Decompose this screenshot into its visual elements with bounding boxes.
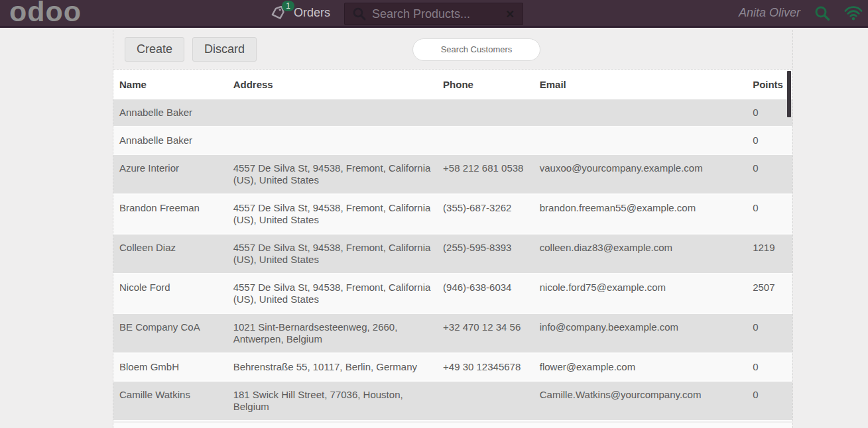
product-search-input[interactable]: Search Products... ✕ [344,3,523,25]
cell-phone: (946)-638-6034 [443,282,540,305]
orders-ticket-icon: 1 [271,6,288,23]
table-row[interactable]: Brandon Freeman 4557 De Silva St, 94538,… [113,195,792,235]
table-row[interactable]: Annabelle Baker 0 [113,127,792,155]
table-header: Name Address Phone Email Points [113,70,792,99]
cell-points: 0 [753,162,792,186]
cell-phone: +49 30 12345678 [443,361,540,373]
cell-address: 4557 De Silva St, 94538, Fremont, Califo… [233,242,443,266]
cell-address: 4557 De Silva St, 94538, Fremont, Califo… [233,202,443,226]
cell-name: BE Company CoA [113,321,233,345]
clear-search-icon[interactable]: ✕ [506,8,515,21]
table-row[interactable]: Azure Interior 4557 De Silva St, 94538, … [113,155,792,195]
cell-email: nicole.ford75@example.com [540,282,753,305]
cell-points: 2507 [753,282,792,305]
cell-address [233,107,443,119]
discard-button[interactable]: Discard [192,37,257,62]
cell-email: brandon.freeman55@example.com [540,202,753,226]
table-row[interactable]: Nicole Ford 4557 De Silva St, 94538, Fre… [113,274,792,314]
cell-address: 181 Swick Hill Street, 77036, Houston, B… [233,389,443,413]
cell-address: Behrenstraße 55, 10117, Berlin, Germany [233,361,443,373]
create-button[interactable]: Create [125,37,184,62]
cell-email: vauxoo@yourcompany.example.com [540,162,753,186]
cell-email: Camille.Watkins@yourcompany.com [540,389,753,413]
odoo-logo: odoo [9,0,82,28]
column-header-address: Address [233,79,443,91]
wifi-status-icon [844,6,863,21]
cell-points: 0 [753,361,792,373]
orders-label: Orders [294,6,330,20]
table-row[interactable]: Camille Watkins 181 Swick Hill Street, 7… [113,382,792,421]
product-search-placeholder: Search Products... [372,7,498,21]
cell-name: Annabelle Baker [113,107,233,119]
column-header-name: Name [113,79,233,91]
cell-name: Annabelle Baker [113,134,233,146]
cell-email: flower@example.com [540,361,753,373]
user-name: Anita Oliver [739,6,800,20]
cell-name: Nicole Ford [113,282,233,305]
customer-table: Name Address Phone Email Points Annabell… [113,70,792,428]
cell-name: Brandon Freeman [113,202,233,226]
table-row[interactable]: Bloem GmbH Behrenstraße 55, 10117, Berli… [113,354,792,382]
cell-points: 0 [753,321,792,345]
global-search-icon[interactable] [814,5,831,22]
cell-points: 0 [753,134,792,146]
cell-email: info@company.beexample.com [540,321,753,345]
cell-phone: (255)-595-8393 [443,242,540,266]
cell-name: Colleen Diaz [113,242,233,266]
cell-address: 4557 De Silva St, 94538, Fremont, Califo… [233,282,443,305]
cell-email [540,134,753,146]
customer-search-input[interactable]: Search Customers [412,38,540,61]
orders-count-badge: 1 [282,1,294,11]
cell-points: 0 [753,202,792,226]
cell-phone [443,107,540,119]
table-row-partial[interactable] [113,421,792,428]
table-row[interactable]: BE Company CoA 1021 Sint-Bernardsesteenw… [113,314,792,354]
column-header-email: Email [540,79,753,91]
table-body: Annabelle Baker 0 Annabelle Baker 0 Azur… [113,99,792,421]
cell-phone [443,134,540,146]
table-scrollbar[interactable] [787,71,791,117]
customer-toolbar: Create Discard Search Customers [113,30,792,70]
column-header-phone: Phone [443,79,540,91]
orders-button[interactable]: 1 Orders [271,0,330,26]
cell-phone: +58 212 681 0538 [443,162,540,186]
cell-email [540,107,753,119]
cell-phone: (355)-687-3262 [443,202,540,226]
cell-phone [443,389,540,413]
cell-points: 0 [753,389,792,413]
top-bar: odoo 1 Orders Search Products... ✕ Anita… [0,0,868,28]
cell-name: Camille Watkins [113,389,233,413]
table-row[interactable]: Annabelle Baker 0 [113,99,792,127]
topbar-right-group: Anita Oliver [739,0,863,26]
cell-name: Bloem GmbH [113,361,233,373]
cell-address: 1021 Sint-Bernardsesteenweg, 2660, Antwe… [233,321,443,345]
cell-phone: +32 470 12 34 56 [443,321,540,345]
search-icon [352,7,367,21]
cell-email: colleen.diaz83@example.com [540,242,753,266]
cell-address: 4557 De Silva St, 94538, Fremont, Califo… [233,162,443,186]
cell-points: 1219 [753,242,792,266]
customer-panel: Create Discard Search Customers Name Add… [113,30,793,428]
cell-name: Azure Interior [113,162,233,186]
table-row[interactable]: Colleen Diaz 4557 De Silva St, 94538, Fr… [113,235,792,274]
cell-address [233,134,443,146]
